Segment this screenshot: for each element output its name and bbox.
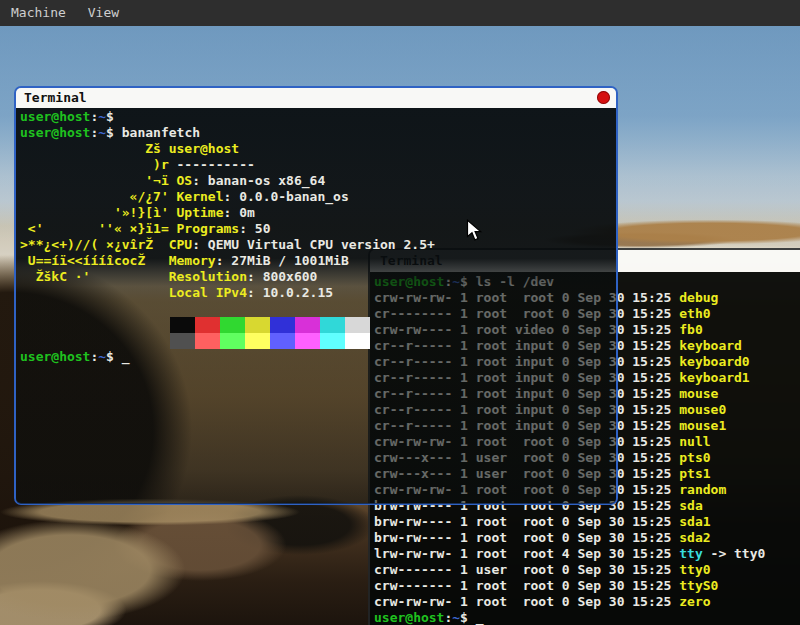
color-swatch <box>170 333 195 349</box>
terminal-window-bananfetch[interactable]: Terminal user@host:~$user@host:~$ bananf… <box>14 86 618 505</box>
menu-machine[interactable]: Machine <box>0 0 77 26</box>
terminal-line <box>20 301 616 317</box>
close-button[interactable] <box>597 91 610 104</box>
terminal-line: Zš user@host <box>20 141 616 157</box>
color-swatch <box>295 317 320 333</box>
terminal-line: U==íï<<íííîcocŽ Memory: 27MiB / 1001MiB <box>20 253 616 269</box>
terminal-line: >**¿<+)//( ×¿vîrŽ CPU: QEMU Virtual CPU … <box>20 237 616 253</box>
terminal-line: brw-rw---- 1 root root 0 Sep 30 15:25 sd… <box>374 514 800 530</box>
terminal-line: <' ''« ×}ï1= Programs: 50 <box>20 221 616 237</box>
terminal-line: crw------- 1 user root 0 Sep 30 15:25 tt… <box>374 562 800 578</box>
desktop: Machine View Terminal user@host:~$ ls -l… <box>0 0 800 625</box>
ansi-color-palette-row <box>170 333 616 349</box>
terminal-line: )r ---------- <box>20 157 616 173</box>
terminal-line: lrw-rw-rw- 1 root root 4 Sep 30 15:25 tt… <box>374 546 800 562</box>
color-swatch <box>345 317 370 333</box>
color-swatch <box>320 317 345 333</box>
terminal-line: Local IPv4: 10.0.2.15 <box>20 285 616 301</box>
terminal-line: crw------- 1 root root 0 Sep 30 15:25 tt… <box>374 578 800 594</box>
ansi-color-palette-row <box>170 317 616 333</box>
color-swatch <box>345 333 370 349</box>
color-swatch <box>245 333 270 349</box>
terminal-line: user@host:~$ <box>20 109 616 125</box>
menu-view[interactable]: View <box>77 0 130 26</box>
terminal-output[interactable]: user@host:~$user@host:~$ bananfetch Zš u… <box>16 108 616 504</box>
terminal-line: user@host:~$ _ <box>374 610 800 625</box>
terminal-line: '¬ï OS: banan-os x86_64 <box>20 173 616 189</box>
terminal-line: crw-rw-rw- 1 root root 0 Sep 30 15:25 ze… <box>374 594 800 610</box>
terminal-line <box>20 317 616 333</box>
color-swatch <box>245 317 270 333</box>
window-titlebar[interactable]: Terminal <box>16 88 616 108</box>
color-swatch <box>170 317 195 333</box>
menu-bar: Machine View <box>0 0 800 26</box>
color-swatch <box>220 333 245 349</box>
mouse-pointer-icon <box>466 219 483 246</box>
terminal-line <box>20 333 616 349</box>
terminal-line: '»!}[ì' Uptime: 0m <box>20 205 616 221</box>
color-swatch <box>195 317 220 333</box>
window-title: Terminal <box>24 90 87 105</box>
color-swatch <box>270 317 295 333</box>
terminal-line: «/¿7' Kernel: 0.0.0-banan_os <box>20 189 616 205</box>
color-swatch <box>270 333 295 349</box>
terminal-line: brw-rw---- 1 root root 0 Sep 30 15:25 sd… <box>374 530 800 546</box>
color-swatch <box>320 333 345 349</box>
terminal-line: ŽškC ·' Resolution: 800x600 <box>20 269 616 285</box>
color-swatch <box>295 333 320 349</box>
terminal-line: user@host:~$ _ <box>20 349 616 365</box>
color-swatch <box>220 317 245 333</box>
terminal-line: user@host:~$ bananfetch <box>20 125 616 141</box>
color-swatch <box>195 333 220 349</box>
